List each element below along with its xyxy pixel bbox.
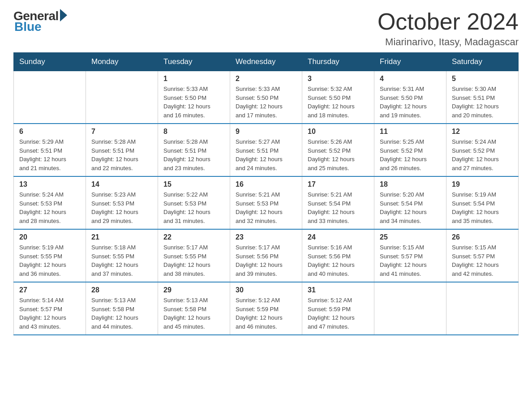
table-row: 14Sunrise: 5:23 AM Sunset: 5:53 PM Dayli… (86, 176, 158, 229)
table-row: 26Sunrise: 5:15 AM Sunset: 5:57 PM Dayli… (446, 229, 519, 282)
day-number: 13 (19, 180, 80, 188)
calendar-week-row: 1Sunrise: 5:33 AM Sunset: 5:50 PM Daylig… (14, 71, 519, 124)
title-block: October 2024 Miarinarivo, Itasy, Madagas… (378, 9, 519, 48)
day-number: 14 (91, 180, 152, 188)
table-row: 17Sunrise: 5:21 AM Sunset: 5:54 PM Dayli… (302, 176, 374, 229)
day-info: Sunrise: 5:16 AM Sunset: 5:56 PM Dayligh… (308, 243, 369, 278)
day-number: 6 (19, 128, 80, 136)
table-row: 10Sunrise: 5:26 AM Sunset: 5:52 PM Dayli… (302, 124, 374, 176)
table-row: 4Sunrise: 5:31 AM Sunset: 5:50 PM Daylig… (374, 71, 446, 124)
calendar-header-row: Sunday Monday Tuesday Wednesday Thursday… (14, 53, 519, 71)
calendar-week-row: 27Sunrise: 5:14 AM Sunset: 5:57 PM Dayli… (14, 282, 519, 335)
table-row: 12Sunrise: 5:24 AM Sunset: 5:52 PM Dayli… (446, 124, 519, 176)
day-info: Sunrise: 5:23 AM Sunset: 5:53 PM Dayligh… (91, 190, 152, 225)
day-number: 19 (452, 180, 513, 188)
table-row: 5Sunrise: 5:30 AM Sunset: 5:51 PM Daylig… (446, 71, 519, 124)
table-row: 2Sunrise: 5:33 AM Sunset: 5:50 PM Daylig… (230, 71, 302, 124)
day-number: 29 (163, 286, 224, 294)
table-row: 30Sunrise: 5:12 AM Sunset: 5:59 PM Dayli… (230, 282, 302, 335)
table-row: 27Sunrise: 5:14 AM Sunset: 5:57 PM Dayli… (14, 282, 86, 335)
day-info: Sunrise: 5:17 AM Sunset: 5:55 PM Dayligh… (163, 243, 224, 278)
table-row: 16Sunrise: 5:21 AM Sunset: 5:53 PM Dayli… (230, 176, 302, 229)
day-info: Sunrise: 5:24 AM Sunset: 5:52 PM Dayligh… (452, 137, 513, 172)
table-row: 15Sunrise: 5:22 AM Sunset: 5:53 PM Dayli… (158, 176, 230, 229)
table-row: 22Sunrise: 5:17 AM Sunset: 5:55 PM Dayli… (158, 229, 230, 282)
day-number: 20 (19, 233, 80, 241)
day-info: Sunrise: 5:27 AM Sunset: 5:51 PM Dayligh… (236, 137, 296, 172)
table-row: 29Sunrise: 5:13 AM Sunset: 5:58 PM Dayli… (158, 282, 230, 335)
day-info: Sunrise: 5:15 AM Sunset: 5:57 PM Dayligh… (380, 243, 441, 278)
day-number: 16 (236, 180, 296, 188)
day-number: 10 (308, 128, 369, 136)
day-info: Sunrise: 5:17 AM Sunset: 5:56 PM Dayligh… (236, 243, 296, 278)
day-info: Sunrise: 5:13 AM Sunset: 5:58 PM Dayligh… (163, 296, 224, 331)
calendar-week-row: 13Sunrise: 5:24 AM Sunset: 5:53 PM Dayli… (14, 176, 519, 229)
day-info: Sunrise: 5:32 AM Sunset: 5:50 PM Dayligh… (308, 85, 369, 120)
day-info: Sunrise: 5:28 AM Sunset: 5:51 PM Dayligh… (91, 137, 152, 172)
logo: General Blue (13, 9, 67, 34)
day-info: Sunrise: 5:12 AM Sunset: 5:59 PM Dayligh… (308, 296, 369, 331)
day-info: Sunrise: 5:19 AM Sunset: 5:54 PM Dayligh… (452, 190, 513, 225)
day-info: Sunrise: 5:14 AM Sunset: 5:57 PM Dayligh… (19, 296, 80, 331)
table-row: 19Sunrise: 5:19 AM Sunset: 5:54 PM Dayli… (446, 176, 519, 229)
day-info: Sunrise: 5:31 AM Sunset: 5:50 PM Dayligh… (380, 85, 441, 120)
table-row: 8Sunrise: 5:28 AM Sunset: 5:51 PM Daylig… (158, 124, 230, 176)
day-info: Sunrise: 5:19 AM Sunset: 5:55 PM Dayligh… (19, 243, 80, 278)
day-info: Sunrise: 5:15 AM Sunset: 5:57 PM Dayligh… (452, 243, 513, 278)
table-row: 11Sunrise: 5:25 AM Sunset: 5:52 PM Dayli… (374, 124, 446, 176)
table-row: 7Sunrise: 5:28 AM Sunset: 5:51 PM Daylig… (86, 124, 158, 176)
logo-blue-text: Blue (14, 20, 42, 34)
table-row: 6Sunrise: 5:29 AM Sunset: 5:51 PM Daylig… (14, 124, 86, 176)
table-row: 9Sunrise: 5:27 AM Sunset: 5:51 PM Daylig… (230, 124, 302, 176)
col-monday: Monday (86, 53, 158, 71)
table-row: 21Sunrise: 5:18 AM Sunset: 5:55 PM Dayli… (86, 229, 158, 282)
table-row (374, 282, 446, 335)
col-thursday: Thursday (302, 53, 374, 71)
day-info: Sunrise: 5:22 AM Sunset: 5:53 PM Dayligh… (163, 190, 224, 225)
calendar-table: Sunday Monday Tuesday Wednesday Thursday… (13, 52, 519, 335)
day-info: Sunrise: 5:21 AM Sunset: 5:54 PM Dayligh… (308, 190, 369, 225)
table-row: 3Sunrise: 5:32 AM Sunset: 5:50 PM Daylig… (302, 71, 374, 124)
day-info: Sunrise: 5:26 AM Sunset: 5:52 PM Dayligh… (308, 137, 369, 172)
day-number: 8 (163, 128, 224, 136)
day-number: 26 (452, 233, 513, 241)
day-number: 28 (91, 286, 152, 294)
calendar-week-row: 6Sunrise: 5:29 AM Sunset: 5:51 PM Daylig… (14, 124, 519, 176)
day-info: Sunrise: 5:33 AM Sunset: 5:50 PM Dayligh… (163, 85, 224, 120)
day-number: 23 (236, 233, 296, 241)
col-friday: Friday (374, 53, 446, 71)
day-number: 22 (163, 233, 224, 241)
col-saturday: Saturday (446, 53, 519, 71)
day-info: Sunrise: 5:13 AM Sunset: 5:58 PM Dayligh… (91, 296, 152, 331)
table-row (446, 282, 519, 335)
day-number: 25 (380, 233, 441, 241)
day-number: 27 (19, 286, 80, 294)
table-row (86, 71, 158, 124)
table-row: 31Sunrise: 5:12 AM Sunset: 5:59 PM Dayli… (302, 282, 374, 335)
day-number: 17 (308, 180, 369, 188)
day-info: Sunrise: 5:20 AM Sunset: 5:54 PM Dayligh… (380, 190, 441, 225)
table-row: 28Sunrise: 5:13 AM Sunset: 5:58 PM Dayli… (86, 282, 158, 335)
col-wednesday: Wednesday (230, 53, 302, 71)
day-number: 21 (91, 233, 152, 241)
col-tuesday: Tuesday (158, 53, 230, 71)
table-row: 24Sunrise: 5:16 AM Sunset: 5:56 PM Dayli… (302, 229, 374, 282)
table-row (14, 71, 86, 124)
logo-arrow-icon (60, 9, 67, 21)
table-row: 18Sunrise: 5:20 AM Sunset: 5:54 PM Dayli… (374, 176, 446, 229)
day-info: Sunrise: 5:29 AM Sunset: 5:51 PM Dayligh… (19, 137, 80, 172)
day-number: 3 (308, 75, 369, 83)
table-row: 23Sunrise: 5:17 AM Sunset: 5:56 PM Dayli… (230, 229, 302, 282)
day-number: 24 (308, 233, 369, 241)
day-number: 9 (236, 128, 296, 136)
day-number: 4 (380, 75, 441, 83)
day-number: 1 (163, 75, 224, 83)
day-info: Sunrise: 5:25 AM Sunset: 5:52 PM Dayligh… (380, 137, 441, 172)
day-number: 11 (380, 128, 441, 136)
month-year-title: October 2024 (378, 9, 519, 34)
day-info: Sunrise: 5:21 AM Sunset: 5:53 PM Dayligh… (236, 190, 296, 225)
table-row: 13Sunrise: 5:24 AM Sunset: 5:53 PM Dayli… (14, 176, 86, 229)
day-number: 12 (452, 128, 513, 136)
col-sunday: Sunday (14, 53, 86, 71)
day-number: 15 (163, 180, 224, 188)
